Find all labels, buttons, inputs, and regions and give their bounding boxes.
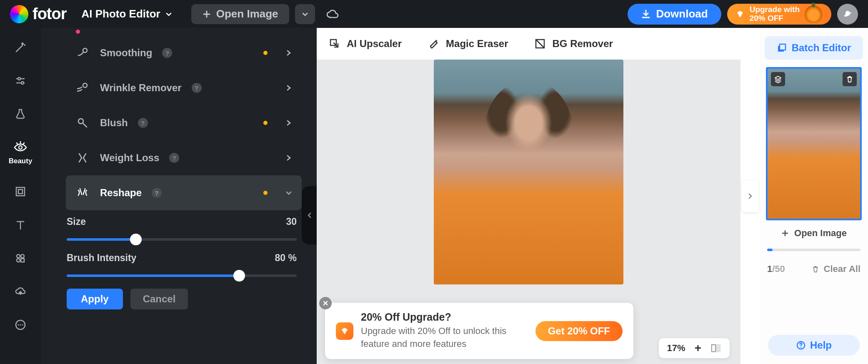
promo-cta-button[interactable]: Get 20% OFF — [535, 321, 623, 341]
collapse-panel-button[interactable] — [302, 186, 317, 244]
open-image-group: Open Image — [191, 4, 315, 24]
mode-selector[interactable]: AI Photo Editor — [82, 7, 173, 20]
rail-item-magic[interactable] — [8, 40, 33, 55]
zoom-in-button[interactable]: + — [695, 342, 701, 355]
magic-eraser-button[interactable]: Magic Eraser — [428, 37, 508, 50]
brush-slider-group: Brush Intensity 80 % — [67, 252, 297, 277]
help-button[interactable]: Help — [768, 335, 860, 356]
tool-weight-loss[interactable]: Weight Loss ? — [66, 140, 302, 175]
rail-label: Beauty — [9, 157, 33, 165]
thumbnail-scroll[interactable] — [767, 249, 860, 251]
reshape-icon — [75, 185, 90, 200]
help-icon[interactable]: ? — [162, 48, 172, 58]
chevron-right-icon — [747, 193, 753, 199]
upgrade-button[interactable]: Upgrade with 20% OFF — [727, 4, 831, 25]
help-icon[interactable]: ? — [138, 118, 148, 128]
plus-icon — [781, 229, 789, 237]
rail-item-beauty[interactable]: Beauty — [8, 140, 33, 165]
cancel-button[interactable]: Cancel — [130, 289, 188, 309]
clear-all-button[interactable]: Clear All — [811, 264, 860, 274]
tool-wrinkle-remover[interactable]: Wrinkle Remover ? — [66, 70, 302, 105]
rail-item-frames[interactable] — [8, 184, 33, 199]
brand-logo[interactable]: fotor — [10, 5, 67, 23]
open-image-dropdown[interactable] — [295, 4, 315, 24]
tool-blush[interactable]: Blush ? — [66, 105, 302, 140]
size-slider[interactable] — [67, 238, 297, 241]
size-value: 30 — [286, 216, 297, 227]
user-avatar[interactable] — [837, 4, 858, 25]
brush-value: 80 % — [275, 252, 297, 264]
notification-dot-icon — [76, 30, 80, 34]
help-icon[interactable]: ? — [192, 83, 202, 93]
layers-icon — [774, 75, 782, 83]
tool-panel: Smoothing ? Wrinkle Remover ? Blush ? — [41, 28, 317, 364]
tool-label: Blush — [100, 117, 128, 129]
slider-thumb[interactable] — [233, 270, 245, 282]
trash-icon — [845, 75, 854, 83]
canvas-image[interactable] — [434, 60, 623, 284]
rail-item-elements[interactable] — [8, 251, 33, 265]
compare-icon[interactable] — [710, 343, 721, 354]
svg-point-10 — [18, 324, 19, 326]
help-circle-icon — [796, 340, 806, 350]
svg-point-7 — [17, 259, 20, 262]
brush-slider[interactable] — [67, 274, 297, 277]
rail-item-cloud[interactable] — [8, 284, 33, 299]
rail-item-effects[interactable] — [8, 107, 33, 121]
chevron-right-icon — [285, 84, 293, 92]
tool-label: Reshape — [100, 187, 142, 199]
promo-body: Upgrade with 20% Off to unlock this feat… — [361, 325, 535, 351]
bg-remover-icon — [534, 37, 546, 50]
rail-item-more[interactable] — [8, 318, 33, 332]
svg-rect-19 — [716, 345, 720, 352]
canvas-viewport[interactable]: ✕ 20% Off Upgrade? Upgrade with 20% Off … — [317, 60, 740, 364]
premium-dot-icon — [263, 191, 268, 195]
app-header: fotor AI Photo Editor Open Image Downloa… — [0, 0, 868, 28]
image-thumbnail[interactable] — [766, 67, 862, 220]
tool-smoothing[interactable]: Smoothing ? — [66, 35, 302, 70]
diamond-icon — [735, 10, 745, 19]
ai-upscaler-button[interactable]: AI Upscaler — [328, 37, 402, 50]
close-promo-button[interactable]: ✕ — [319, 297, 332, 309]
brand-name: fotor — [33, 5, 67, 23]
open-image-button[interactable]: Open Image — [191, 4, 289, 24]
eye-icon — [13, 140, 28, 155]
layers-button[interactable] — [771, 72, 785, 86]
svg-point-1 — [21, 82, 24, 84]
svg-rect-8 — [21, 259, 24, 262]
download-label: Download — [656, 7, 708, 20]
slider-fill — [67, 274, 239, 277]
apply-button[interactable]: Apply — [67, 289, 123, 309]
weight-loss-icon — [75, 150, 90, 165]
chevron-down-icon — [165, 10, 173, 18]
svg-point-23 — [800, 347, 801, 348]
slider-thumb[interactable] — [130, 234, 142, 245]
help-icon[interactable]: ? — [152, 188, 162, 198]
rail-item-adjust[interactable] — [8, 74, 33, 88]
plus-icon — [202, 10, 211, 19]
bg-remover-button[interactable]: BG Remover — [534, 37, 613, 50]
wrinkle-icon — [75, 80, 90, 95]
delete-thumbnail-button[interactable] — [843, 72, 857, 86]
tool-label: Smoothing — [100, 47, 152, 59]
batch-editor-button[interactable]: Batch Editor — [765, 36, 863, 60]
cloud-button[interactable] — [323, 4, 343, 24]
size-label: Size — [67, 216, 86, 227]
zoom-value[interactable]: 17% — [667, 343, 685, 354]
open-image-right-button[interactable]: Open Image — [765, 228, 863, 239]
more-icon — [14, 319, 27, 331]
download-button[interactable]: Download — [628, 4, 721, 25]
canvas-area: AI Upscaler Magic Eraser BG Remover ✕ 20… — [317, 28, 740, 364]
svg-point-11 — [20, 324, 21, 326]
help-icon[interactable]: ? — [169, 153, 179, 163]
open-image-label: Open Image — [216, 7, 278, 20]
tool-reshape[interactable]: Reshape ? — [66, 175, 302, 210]
expand-right-button[interactable] — [742, 180, 758, 212]
upscaler-icon — [328, 37, 341, 50]
bird-icon — [842, 9, 853, 20]
rail-item-text[interactable] — [8, 218, 33, 232]
zoom-toolbar: 17% + — [659, 338, 730, 358]
pumpkin-icon — [805, 5, 822, 23]
premium-dot-icon — [263, 51, 268, 55]
promo-title: 20% Off Upgrade? — [361, 311, 535, 323]
